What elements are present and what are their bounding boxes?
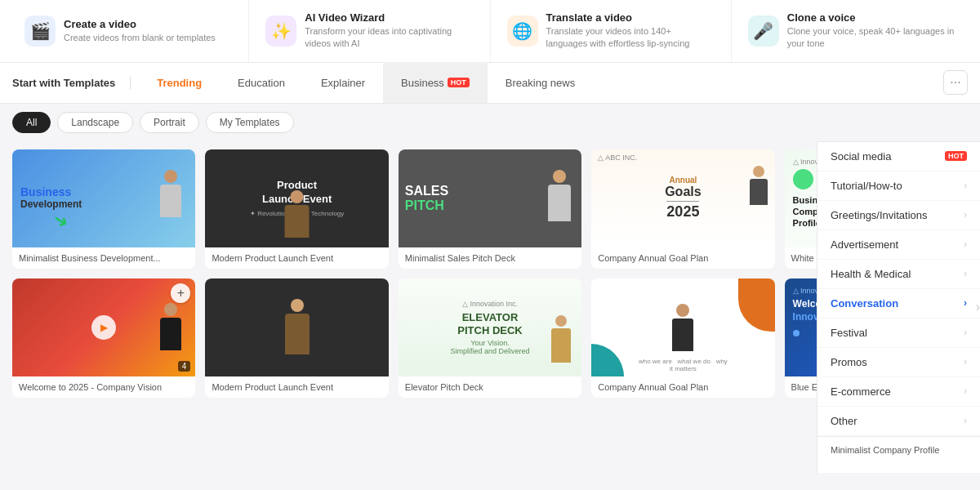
card1-label: Minimalist Business Development... [12, 247, 195, 269]
dropdown-social-media[interactable]: Social media HOT [817, 142, 980, 172]
dropdown-other[interactable]: Other › [817, 407, 980, 436]
tab-trending[interactable]: Trending [139, 62, 220, 103]
count-badge: 4 [178, 361, 191, 372]
card9-label: Company Annual Goal Plan [591, 376, 774, 398]
chevron-icon: › [964, 415, 967, 426]
tab-explainer[interactable]: Explainer [303, 62, 383, 103]
translate-title: Translate a video [546, 11, 715, 24]
extra-card-label: Minimalist Company Profile [817, 436, 980, 463]
card-annual-goal-2[interactable]: who we are what we do why it matters Com… [591, 278, 774, 398]
card8-title: ELEVATORPITCH DECK [457, 311, 522, 336]
tab-education[interactable]: Education [220, 62, 303, 103]
translate-icon: 🌐 [507, 16, 538, 47]
card3-label: Minimalist Sales Pitch Deck [399, 247, 581, 269]
chevron-icon: › [964, 238, 967, 250]
card-business-development[interactable]: Business Development ➜ Minimalist Busine… [12, 149, 195, 269]
card7-label: Modern Product Launch Event [205, 376, 388, 398]
ai-wizard-title: AI Video Wizard [305, 11, 473, 24]
main-content: Business Development ➜ Minimalist Busine… [0, 141, 980, 473]
dropdown-ecommerce[interactable]: E-commerce › [817, 377, 980, 407]
filter-bar: All Landscape Portrait My Templates [0, 104, 980, 141]
ai-wizard-desc: Transform your ideas into captivating vi… [305, 25, 473, 51]
clone-voice-icon: 🎤 [748, 16, 779, 47]
translate-action[interactable]: 🌐 Translate a video Translate your video… [491, 0, 732, 62]
chevron-icon: › [964, 297, 967, 309]
create-video-icon: 🎬 [24, 16, 56, 47]
filter-portrait[interactable]: Portrait [140, 112, 199, 133]
template-nav: Start with Templates Trending Education … [0, 63, 980, 104]
ai-wizard-icon: ✨ [265, 16, 296, 47]
card-product-launch-1[interactable]: ProductLaunch Event ✦ Revolutionizing AI… [205, 149, 388, 269]
card-sales-pitch[interactable]: SALES PITCH Minimalist Sales Pitch Deck [399, 149, 581, 269]
start-with-templates-label: Start with Templates [12, 77, 131, 89]
card8-label: Elevator Pitch Deck [399, 376, 581, 398]
chevron-icon: › [964, 356, 967, 368]
card4-label: Company Annual Goal Plan [591, 247, 774, 269]
card8-sub: Your Vision.Simplified and Delivered [450, 339, 529, 355]
chevron-icon: › [964, 209, 967, 220]
translate-desc: Translate your videos into 140+ language… [546, 25, 715, 51]
ai-wizard-action[interactable]: ✨ AI Video Wizard Transform your ideas i… [249, 0, 490, 62]
filter-all[interactable]: All [12, 112, 51, 133]
dropdown-advertisement[interactable]: Advertisement › [817, 230, 980, 260]
card6-label: Welcome to 2025 - Company Vision [12, 376, 195, 398]
filter-my-templates[interactable]: My Templates [206, 112, 294, 133]
create-video-desc: Create videos from blank or templates [64, 32, 216, 44]
category-dropdown: Social media HOT Tutorial/How-to › Greet… [817, 141, 980, 473]
dropdown-greetings[interactable]: Greetings/Invitations › [817, 201, 980, 230]
dropdown-festival[interactable]: Festival › [817, 318, 980, 348]
chevron-icon: › [964, 327, 967, 338]
play-icon[interactable]: ▶ [91, 315, 116, 340]
dropdown-health[interactable]: Health & Medical › [817, 260, 980, 289]
card-product-launch-2[interactable]: Modern Product Launch Event [205, 278, 388, 398]
top-action-bar: 🎬 Create a video Create videos from blan… [0, 0, 980, 63]
chevron-icon: › [964, 268, 967, 279]
nav-more-button[interactable]: ··· [943, 70, 968, 95]
chevron-icon: › [964, 180, 967, 191]
business-hot-badge: HOT [448, 78, 470, 87]
card-welcome-2025[interactable]: ▶ + 4 Welcome to 2025 - Company Vision [12, 278, 195, 398]
social-media-hot-badge: HOT [945, 151, 967, 161]
filter-landscape[interactable]: Landscape [57, 112, 133, 133]
clone-voice-desc: Clone your voice, speak 40+ languages in… [787, 25, 956, 51]
create-video-title: Create a video [64, 18, 216, 30]
dropdown-conversation[interactable]: Conversation › [817, 289, 980, 318]
card-annual-goals[interactable]: △ ABC INC. Annual Goals 2025 Comp [591, 149, 774, 269]
card-elevator-pitch[interactable]: △ Innovation Inc. ELEVATORPITCH DECK You… [399, 278, 581, 398]
tab-breaking[interactable]: Breaking news [488, 62, 593, 103]
clone-voice-title: Clone a voice [787, 11, 956, 24]
dropdown-tutorial[interactable]: Tutorial/How-to › [817, 172, 980, 201]
tab-business[interactable]: Business HOT [383, 62, 488, 103]
scroll-indicator: › [976, 300, 980, 314]
dropdown-promos[interactable]: Promos › [817, 348, 980, 377]
clone-voice-action[interactable]: 🎤 Clone a voice Clone your voice, speak … [732, 0, 972, 62]
chevron-icon: › [964, 385, 967, 397]
nav-tabs: Trending Education Explainer Business HO… [139, 62, 943, 103]
card2-label: Modern Product Launch Event [205, 247, 388, 269]
create-video-action[interactable]: 🎬 Create a video Create videos from blan… [8, 0, 249, 62]
